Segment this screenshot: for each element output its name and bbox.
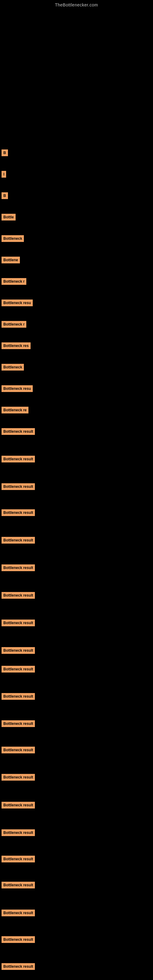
bottleneck-label-28: Bottleneck result	[2, 802, 35, 808]
bottleneck-label-16: Bottleneck result	[2, 483, 35, 490]
site-title: TheBottlenecker.com	[0, 0, 153, 9]
bottleneck-label-21: Bottleneck result	[2, 620, 35, 626]
bottleneck-label-7: Bottleneck r	[2, 278, 26, 285]
bottleneck-label-4: Bottle	[2, 214, 16, 221]
bottleneck-label-29: Bottleneck result	[2, 829, 35, 836]
bottleneck-label-19: Bottleneck result	[2, 565, 35, 571]
bottleneck-label-18: Bottleneck result	[2, 537, 35, 544]
bottleneck-label-11: Bottleneck	[2, 364, 24, 371]
bottleneck-label-27: Bottleneck result	[2, 774, 35, 781]
bottleneck-label-20: Bottleneck result	[2, 592, 35, 599]
bottleneck-label-6: Bottlene	[2, 257, 20, 263]
bottleneck-label-34: Bottleneck result	[2, 963, 35, 970]
bottleneck-label-9: Bottleneck r	[2, 321, 26, 328]
bottleneck-label-2: I	[2, 171, 6, 178]
bottleneck-label-8: Bottleneck resu	[2, 299, 33, 306]
bottleneck-label-32: Bottleneck result	[2, 910, 35, 916]
bottleneck-label-33: Bottleneck result	[2, 936, 35, 943]
bottleneck-label-25: Bottleneck result	[2, 720, 35, 727]
bottleneck-label-10: Bottleneck res	[2, 342, 30, 349]
bottleneck-label-3: B	[2, 192, 8, 199]
bottleneck-label-15: Bottleneck result	[2, 456, 35, 463]
bottleneck-label-17: Bottleneck result	[2, 509, 35, 516]
bottleneck-label-22: Bottleneck result	[2, 647, 35, 654]
bottleneck-label-23: Bottleneck result	[2, 666, 35, 673]
bottleneck-label-26: Bottleneck result	[2, 747, 35, 753]
bottleneck-label-5: Bottleneck	[2, 235, 24, 242]
bottleneck-label-13: Bottleneck re	[2, 407, 29, 414]
bottleneck-label-14: Bottleneck result	[2, 428, 35, 435]
bottleneck-label-12: Bottleneck resu	[2, 385, 33, 392]
bottleneck-label-31: Bottleneck result	[2, 882, 35, 888]
bottleneck-label-30: Bottleneck result	[2, 856, 35, 862]
bottleneck-label-24: Bottleneck result	[2, 693, 35, 700]
bottleneck-label-1: B	[2, 150, 8, 156]
